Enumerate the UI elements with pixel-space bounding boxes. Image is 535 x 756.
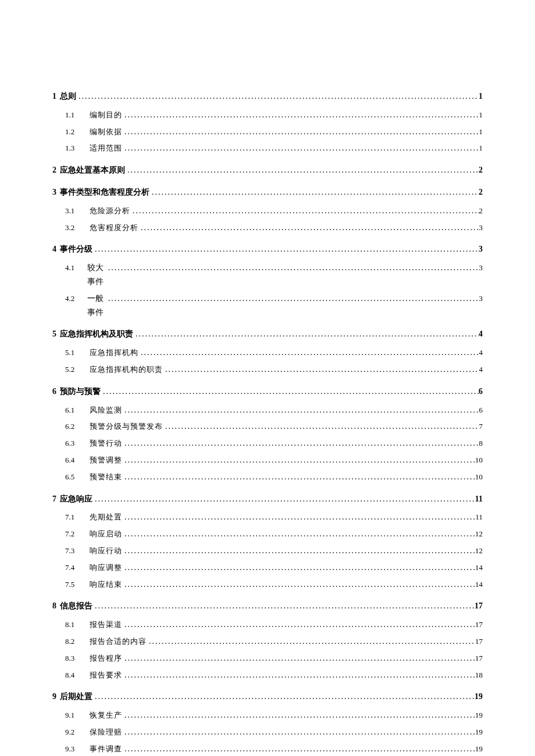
- toc-entry-number: 7.3: [65, 544, 86, 557]
- toc-entry[interactable]: 9.1恢复生产19: [52, 708, 483, 722]
- toc-leader-dots: [122, 403, 479, 417]
- toc-entry[interactable]: 5.1应急指挥机构4: [52, 346, 483, 360]
- toc-entry[interactable]: 8.4报告要求18: [52, 668, 483, 682]
- toc-entry-page: 3: [479, 261, 483, 274]
- toc-entry-page: 17: [475, 652, 483, 665]
- toc-entry[interactable]: 1.3适用范围1: [52, 141, 483, 155]
- toc-entry-title: 编制目的: [86, 109, 122, 121]
- toc-entry-title: 预警结束: [86, 471, 122, 483]
- toc-leader-dots: [147, 635, 475, 648]
- toc-entry-number: 9.2: [65, 726, 86, 739]
- toc-entry[interactable]: 7.3响应行动12: [52, 544, 483, 558]
- toc-entry-number: 1.3: [65, 142, 86, 155]
- table-of-contents: 1总则11.1编制目的11.2编制依据11.3适用范围12应急处置基本原则23事…: [52, 89, 483, 755]
- toc-entry-title: 预警行动: [86, 437, 122, 450]
- toc-entry-number: 9.1: [65, 709, 86, 722]
- toc-entry[interactable]: 6.2预警分级与预警发布7: [52, 420, 483, 433]
- toc-entry-title: 预警调整: [86, 454, 122, 467]
- toc-leader-dots: [122, 436, 479, 450]
- toc-entry-page: 3: [479, 242, 483, 256]
- toc-leader-dots: [122, 470, 475, 484]
- toc-entry-page: 1: [479, 89, 483, 103]
- toc-entry[interactable]: 1.2编制依据1: [52, 125, 483, 139]
- toc-entry-page: 1: [479, 126, 483, 138]
- toc-leader-dots: [122, 108, 479, 122]
- toc-entry[interactable]: 4事件分级3: [52, 242, 483, 256]
- toc-leader-dots: [122, 742, 475, 756]
- toc-entry-page: 2: [479, 185, 483, 199]
- toc-entry-number: 3: [52, 185, 56, 199]
- toc-entry-page: 6: [479, 404, 483, 417]
- toc-entry[interactable]: 5.2应急指挥机构的职责4: [52, 363, 483, 377]
- toc-entry-number: 6.5: [65, 471, 86, 483]
- toc-entry[interactable]: 6.4预警调整10: [52, 453, 483, 467]
- toc-entry-page: 14: [475, 578, 483, 591]
- toc-entry[interactable]: 7.5响应结束14: [52, 578, 483, 592]
- toc-entry-page: 4: [479, 327, 483, 341]
- toc-entry-page: 3: [479, 292, 483, 305]
- toc-entry-number: 7: [52, 492, 56, 506]
- toc-entry-title: 响应结束: [86, 578, 122, 591]
- toc-leader-dots: [122, 527, 475, 541]
- toc-entry[interactable]: 8.2报告合适的内容17: [52, 635, 483, 648]
- toc-entry[interactable]: 8.3报告程序17: [52, 651, 483, 665]
- toc-entry[interactable]: 9.3事件调查19: [52, 742, 483, 756]
- toc-entry[interactable]: 8信息报告17: [52, 599, 483, 613]
- toc-leader-dots: [122, 578, 475, 592]
- toc-entry-page: 4: [479, 363, 483, 376]
- toc-entry-number-title: 4.2: [65, 292, 86, 305]
- toc-entry[interactable]: 7.4响应调整14: [52, 561, 483, 575]
- toc-entry[interactable]: 6.1风险监测6: [52, 403, 483, 417]
- toc-leader-dots: [163, 363, 479, 377]
- toc-entry-number: 7.1: [65, 511, 86, 524]
- toc-leader-dots: [122, 668, 475, 682]
- toc-entry[interactable]: 3.2危害程度分析3: [52, 221, 483, 235]
- toc-entry[interactable]: 7应急响应11: [52, 492, 483, 506]
- toc-entry[interactable]: 8.1报告渠道17: [52, 618, 483, 632]
- toc-entry[interactable]: 9后期处置19: [52, 690, 483, 704]
- toc-entry[interactable]: 2应急处置基本原则2: [52, 163, 483, 177]
- toc-entry-title: 应急指挥机构的职责: [86, 363, 163, 376]
- toc-leader-dots: [125, 163, 479, 177]
- toc-entry-title: 响应启动: [86, 528, 122, 540]
- toc-entry-title: 响应调整: [86, 561, 122, 574]
- toc-entry[interactable]: 4.1 较大事件3: [52, 261, 483, 289]
- toc-entry-number: 2: [52, 163, 56, 177]
- toc-entry[interactable]: 5应急指挥机构及职责4: [52, 327, 483, 341]
- toc-leader-dots: [76, 89, 479, 103]
- toc-entry[interactable]: 1.1编制目的1: [52, 108, 483, 122]
- toc-leader-dots: [130, 204, 479, 218]
- toc-leader-dots: [149, 185, 479, 199]
- toc-entry[interactable]: 9.2保险理赔19: [52, 725, 483, 739]
- toc-entry-page: 19: [475, 726, 483, 739]
- toc-entry[interactable]: 6.5预警结束10: [52, 470, 483, 484]
- toc-entry-number: 9.3: [65, 743, 86, 755]
- toc-entry[interactable]: 1总则1: [52, 89, 483, 103]
- toc-entry-title: 预警分级与预警发布: [86, 420, 163, 433]
- toc-entry-page: 19: [475, 709, 483, 722]
- toc-entry[interactable]: 6.3预警行动8: [52, 436, 483, 450]
- toc-entry-number: 8.2: [65, 635, 86, 648]
- toc-entry[interactable]: 6预防与预警6: [52, 385, 483, 399]
- toc-entry-number: 8: [52, 599, 56, 613]
- toc-entry[interactable]: 3事件类型和危害程度分析2: [52, 185, 483, 199]
- toc-entry-page: 3: [479, 221, 483, 234]
- toc-leader-dots: [138, 346, 479, 360]
- toc-entry-title: 危险源分析: [86, 205, 130, 217]
- toc-leader-dots: [122, 141, 479, 155]
- toc-entry-title: 编制依据: [86, 126, 122, 138]
- toc-entry-page: 10: [475, 471, 483, 483]
- toc-entry[interactable]: 7.1先期处置11: [52, 510, 483, 524]
- toc-entry-title: 报告程序: [86, 652, 122, 665]
- toc-entry-title: 应急指挥机构: [86, 346, 138, 359]
- toc-leader-dots: [138, 221, 479, 235]
- toc-entry[interactable]: 4.2 一般事件3: [52, 292, 483, 320]
- toc-entry-number-title: 4.1: [65, 261, 86, 274]
- toc-entry-title: 应急指挥机构及职责: [56, 327, 133, 341]
- toc-entry[interactable]: 7.2响应启动12: [52, 527, 483, 541]
- toc-entry-page: 10: [475, 454, 483, 467]
- toc-entry-title: 响应行动: [86, 544, 122, 557]
- toc-entry[interactable]: 3.1危险源分析2: [52, 204, 483, 218]
- toc-leader-dots: [106, 261, 479, 275]
- toc-leader-dots: [92, 492, 475, 506]
